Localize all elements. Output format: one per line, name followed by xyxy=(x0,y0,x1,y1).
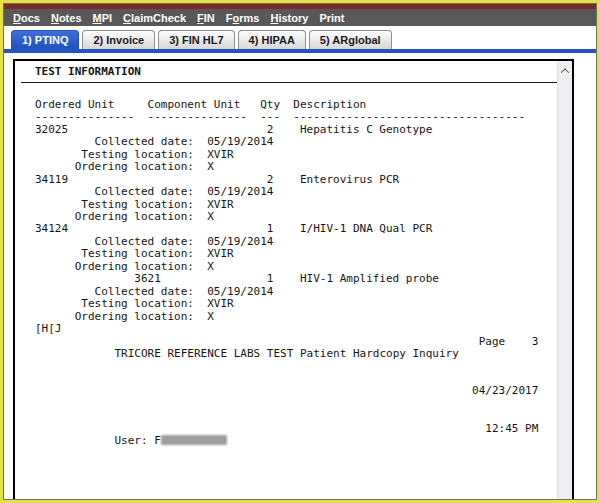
test-detail: Testing location: XVIR xyxy=(35,298,572,310)
content-area: TEST INFORMATION Ordered Unit Component … xyxy=(4,53,596,500)
menu-item-docs[interactable]: Docs xyxy=(13,12,40,24)
report-date: 04/23/2017 xyxy=(472,385,538,397)
user-label: User: F xyxy=(114,434,160,447)
report-footer-user-line: User: F 12:45 PM xyxy=(35,423,538,473)
menu-item-history[interactable]: History xyxy=(270,12,308,24)
chevron-up-icon xyxy=(561,68,569,76)
test-detail: Collected date: 05/19/2014 xyxy=(35,136,572,148)
test-detail: Testing location: XVIR xyxy=(35,248,572,260)
menu-bar: Docs Notes MPI ClaimCheck FIN Forms Hist… xyxy=(4,9,596,26)
test-detail: Collected date: 05/19/2014 xyxy=(35,186,572,198)
test-row: 34124 1 I/HIV-1 DNA Qual PCR xyxy=(35,223,572,235)
redacted-username xyxy=(161,435,227,445)
scroll-up-button[interactable] xyxy=(558,63,572,79)
report-footer-title-line: TRICORE REFERENCE LABS TEST Patient Hard… xyxy=(35,336,538,386)
window-frame: Docs Notes MPI ClaimCheck FIN Forms Hist… xyxy=(0,0,600,503)
hardcopy-report: TEST INFORMATION Ordered Unit Component … xyxy=(15,61,572,500)
menu-item-forms[interactable]: Forms xyxy=(226,12,260,24)
page-number: Page 3 xyxy=(479,336,539,348)
column-header-underline: --------------- --------------- --- ----… xyxy=(35,111,572,123)
test-detail: Ordering location: X xyxy=(35,161,572,173)
tab-ptinq[interactable]: 1) PTINQ xyxy=(11,30,79,49)
report-time: 12:45 PM xyxy=(485,423,538,435)
horizontal-rule xyxy=(21,82,557,83)
blank-line xyxy=(35,497,572,500)
report-footer-date-line: 04/23/2017 xyxy=(35,385,538,422)
escape-sequence-text: [H[J xyxy=(35,323,572,335)
menu-item-mpi[interactable]: MPI xyxy=(93,12,113,24)
tab-arglobal[interactable]: 5) ARglobal xyxy=(309,30,392,49)
section-title: TEST INFORMATION xyxy=(35,66,572,78)
tab-fin-hl7[interactable]: 3) FIN HL7 xyxy=(158,30,234,49)
menu-item-print[interactable]: Print xyxy=(319,12,344,24)
test-detail: Ordering location: X xyxy=(35,311,572,323)
blank-line xyxy=(35,485,572,497)
vertical-scrollbar[interactable] xyxy=(557,61,572,500)
tab-strip: 1) PTINQ 2) Invoice 3) FIN HL7 4) HIPAA … xyxy=(4,26,596,49)
menu-item-fin[interactable]: FIN xyxy=(197,12,215,24)
application-window: Docs Notes MPI ClaimCheck FIN Forms Hist… xyxy=(3,3,597,500)
tab-hipaa[interactable]: 4) HIPAA xyxy=(238,30,306,49)
report-title: TRICORE REFERENCE LABS TEST Patient Hard… xyxy=(114,347,458,360)
test-row: 3621 1 HIV-1 Amplified probe xyxy=(35,273,572,285)
menu-item-notes[interactable]: Notes xyxy=(51,12,82,24)
report-panel: TEST INFORMATION Ordered Unit Component … xyxy=(13,59,574,500)
tab-invoice[interactable]: 2) Invoice xyxy=(82,30,155,49)
menu-item-claimcheck[interactable]: ClaimCheck xyxy=(123,12,186,24)
blank-line xyxy=(35,472,572,484)
